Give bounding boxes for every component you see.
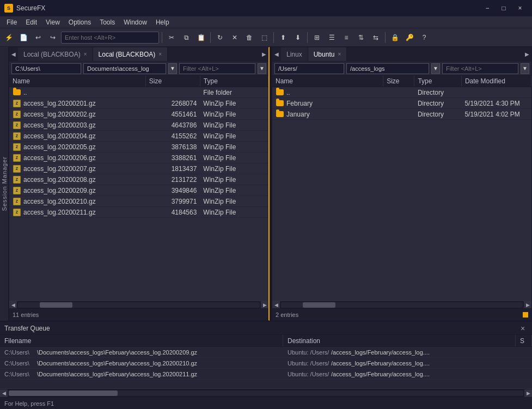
left-file-row[interactable]: Zaccess_log.20200202.gz 4551461 WinZip F… bbox=[9, 109, 268, 120]
transfer-hscroll-left[interactable]: ◀ bbox=[0, 389, 8, 397]
left-file-row[interactable]: Zaccess_log.20200207.gz 1813437 WinZip F… bbox=[9, 163, 268, 174]
toolbar-back-btn[interactable]: ↩ bbox=[32, 31, 45, 44]
right-col-size[interactable]: Size bbox=[383, 76, 414, 87]
left-file-row[interactable]: Zaccess_log.20200201.gz 2268074 WinZip F… bbox=[9, 98, 268, 109]
left-path-input[interactable] bbox=[83, 63, 166, 74]
menu-edit[interactable]: Edit bbox=[21, 17, 41, 27]
right-hscroll-thumb[interactable] bbox=[303, 302, 335, 308]
left-tab-1-close[interactable]: × bbox=[84, 51, 87, 57]
close-button[interactable]: × bbox=[512, 3, 528, 14]
right-tab-ubuntu-close[interactable]: × bbox=[338, 51, 341, 57]
left-tab-1[interactable]: Local (BLACKBOA) × bbox=[18, 47, 93, 61]
left-hscroll-right[interactable]: ▶ bbox=[261, 301, 268, 309]
left-file-row[interactable]: Zaccess_log.20200203.gz 4643786 WinZip F… bbox=[9, 120, 268, 131]
right-filter-input[interactable] bbox=[442, 63, 518, 74]
transfer-row[interactable]: C:\Users\ \Documents\access_logs\Februar… bbox=[0, 358, 532, 369]
left-col-name[interactable]: Name bbox=[9, 76, 145, 87]
right-file-row[interactable]: February Directory 5/19/2021 4:30 PM bbox=[272, 98, 531, 109]
right-filter-dropdown[interactable]: ▼ bbox=[521, 63, 529, 74]
left-path-dropdown[interactable]: ▼ bbox=[168, 63, 177, 74]
left-tab-2[interactable]: Local (BLACKBOA) × bbox=[93, 47, 168, 61]
left-tab-next[interactable]: ▶ bbox=[260, 47, 268, 62]
right-file-list[interactable]: Name Size Type Date Modified .. Director… bbox=[272, 76, 531, 301]
toolbar-forward-btn[interactable]: ↪ bbox=[46, 31, 59, 44]
left-hscroll-track[interactable] bbox=[18, 302, 260, 308]
toolbar-rename-btn[interactable]: ⬚ bbox=[258, 31, 271, 44]
transfer-row[interactable]: C:\Users\ \Documents\access_logs\Februar… bbox=[0, 347, 532, 358]
toolbar-new-btn[interactable]: 📄 bbox=[17, 31, 30, 44]
toolbar-view-list-btn[interactable]: ☰ bbox=[325, 31, 338, 44]
right-hscroll[interactable]: ◀ ▶ bbox=[272, 301, 531, 308]
toolbar-help-btn[interactable]: ? bbox=[418, 31, 431, 44]
right-tab-linux[interactable]: Linux bbox=[281, 47, 308, 61]
toolbar-paste-btn[interactable]: 📋 bbox=[194, 31, 207, 44]
left-file-row[interactable]: Zaccess_log.20200206.gz 3388261 WinZip F… bbox=[9, 152, 268, 163]
toolbar-view-details-btn[interactable]: ≡ bbox=[340, 31, 353, 44]
maximize-button[interactable]: □ bbox=[496, 3, 511, 14]
left-hscroll[interactable]: ◀ ▶ bbox=[9, 301, 268, 308]
left-filter-dropdown[interactable]: ▼ bbox=[258, 63, 266, 74]
transfer-col-size[interactable]: S bbox=[516, 335, 532, 346]
menu-tools[interactable]: Tools bbox=[95, 17, 119, 27]
left-file-row[interactable]: .. File folder bbox=[9, 87, 268, 98]
session-manager-tab[interactable]: Session Manager bbox=[0, 47, 9, 321]
left-tab-prev[interactable]: ◀ bbox=[9, 47, 18, 62]
menu-help[interactable]: Help bbox=[151, 17, 174, 27]
left-file-row[interactable]: Zaccess_log.20200211.gz 4184563 WinZip F… bbox=[9, 207, 268, 218]
transfer-col-destination[interactable]: Destination bbox=[283, 335, 516, 346]
left-file-row[interactable]: Zaccess_log.20200205.gz 3876138 WinZip F… bbox=[9, 142, 268, 152]
toolbar-delete-btn[interactable]: 🗑 bbox=[243, 31, 256, 44]
toolbar-refresh-btn[interactable]: ↻ bbox=[213, 31, 227, 44]
toolbar-copy-btn[interactable]: ⧉ bbox=[180, 31, 193, 44]
right-hscroll-track[interactable] bbox=[281, 302, 523, 308]
left-filter-input[interactable] bbox=[179, 63, 255, 74]
host-input[interactable] bbox=[61, 32, 159, 44]
left-file-row[interactable]: Zaccess_log.20200210.gz 3799971 WinZip F… bbox=[9, 196, 268, 207]
minimize-button[interactable]: − bbox=[480, 3, 495, 14]
right-hscroll-left[interactable]: ◀ bbox=[272, 301, 280, 309]
toolbar-sort-btn[interactable]: ⇅ bbox=[354, 31, 368, 44]
right-hscroll-right[interactable]: ▶ bbox=[524, 301, 531, 309]
toolbar-stop-btn[interactable]: ✕ bbox=[228, 31, 241, 44]
toolbar-key-btn[interactable]: 🔑 bbox=[403, 31, 416, 44]
left-tab-2-close[interactable]: × bbox=[158, 51, 162, 57]
toolbar-download-btn[interactable]: ⬇ bbox=[291, 31, 304, 44]
transfer-hscroll-thumb[interactable] bbox=[9, 390, 118, 396]
toolbar-upload-btn[interactable]: ⬆ bbox=[277, 31, 290, 44]
toolbar-connect-btn[interactable]: ⚡ bbox=[2, 31, 15, 44]
toolbar-filter-btn[interactable]: ⇆ bbox=[369, 31, 382, 44]
right-file-row[interactable]: January Directory 5/19/2021 4:02 PM bbox=[272, 109, 531, 120]
transfer-list[interactable]: C:\Users\ \Documents\access_logs\Februar… bbox=[0, 347, 532, 388]
menu-file[interactable]: File bbox=[2, 17, 21, 27]
menu-options[interactable]: Options bbox=[64, 17, 95, 27]
left-col-type[interactable]: Type bbox=[200, 76, 268, 87]
right-tab-ubuntu[interactable]: Ubuntu × bbox=[308, 47, 347, 61]
right-col-date[interactable]: Date Modified bbox=[461, 76, 531, 87]
transfer-close-button[interactable]: × bbox=[518, 323, 528, 333]
right-path-input[interactable] bbox=[346, 63, 429, 74]
left-file-row[interactable]: Zaccess_log.20200209.gz 3949846 WinZip F… bbox=[9, 185, 268, 196]
transfer-hscroll[interactable]: ◀ ▶ bbox=[0, 388, 532, 397]
transfer-hscroll-track[interactable] bbox=[9, 390, 523, 396]
right-path-prefix[interactable] bbox=[274, 63, 344, 74]
toolbar-cut-btn[interactable]: ✂ bbox=[165, 31, 178, 44]
menu-window[interactable]: Window bbox=[119, 17, 151, 27]
right-tab-next[interactable]: ▶ bbox=[523, 47, 531, 62]
right-path-dropdown[interactable]: ▼ bbox=[431, 63, 440, 74]
right-col-name[interactable]: Name bbox=[272, 76, 383, 87]
left-hscroll-left[interactable]: ◀ bbox=[9, 301, 17, 309]
left-path-prefix[interactable] bbox=[11, 63, 81, 74]
left-file-row[interactable]: Zaccess_log.20200204.gz 4155262 WinZip F… bbox=[9, 131, 268, 142]
transfer-hscroll-right[interactable]: ▶ bbox=[524, 389, 532, 397]
transfer-row[interactable]: C:\Users\ \Documents\access_logs\Februar… bbox=[0, 369, 532, 380]
toolbar-lock-btn[interactable]: 🔒 bbox=[388, 31, 401, 44]
right-col-type[interactable]: Type bbox=[414, 76, 462, 87]
left-hscroll-thumb[interactable] bbox=[40, 302, 72, 308]
right-tab-prev[interactable]: ◀ bbox=[272, 47, 281, 62]
left-file-row[interactable]: Zaccess_log.20200208.gz 2131722 WinZip F… bbox=[9, 174, 268, 185]
left-col-size[interactable]: Size bbox=[145, 76, 200, 87]
transfer-col-filename[interactable]: Filename bbox=[0, 335, 283, 346]
menu-view[interactable]: View bbox=[41, 17, 64, 27]
toolbar-view-icons-btn[interactable]: ⊞ bbox=[310, 31, 323, 44]
right-file-row[interactable]: .. Directory bbox=[272, 87, 531, 98]
